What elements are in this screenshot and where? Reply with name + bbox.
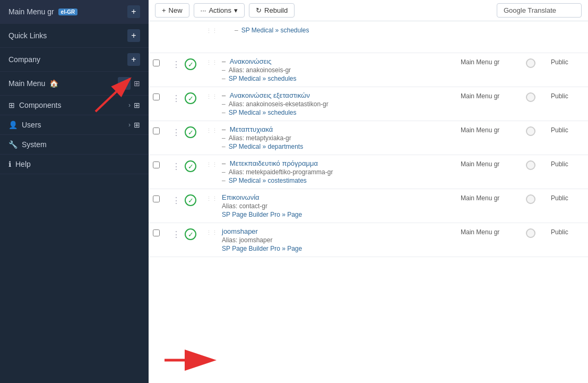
menu-title-link[interactable]: Μεταπτυχιακά (230, 125, 273, 133)
col-dots[interactable]: ⋮ (172, 124, 185, 151)
rebuild-button[interactable]: ↻ Rebuild (249, 3, 295, 18)
col-dots[interactable]: ⋮ (172, 192, 185, 219)
col-access: Public (547, 56, 584, 83)
col-home[interactable] (515, 56, 547, 83)
sidebar-item-components[interactable]: ⊞ Components › ⊞ (0, 96, 149, 115)
sidebar-item-main-menu-gr[interactable]: Main Menu gr el-GR + (0, 0, 149, 24)
col-home[interactable] (515, 226, 547, 253)
col-dots[interactable]: ⋮ (172, 226, 185, 253)
home-radio[interactable] (526, 228, 535, 238)
col-check[interactable] (153, 90, 172, 117)
sidebar-plus-company[interactable]: + (127, 53, 140, 66)
status-enabled[interactable]: ✓ (185, 126, 196, 138)
row-checkbox[interactable] (153, 127, 160, 134)
home-radio[interactable] (526, 92, 535, 102)
col-menu: Main Menu gr (456, 226, 515, 253)
menu-name: Main Menu gr (461, 194, 499, 202)
col-status[interactable]: ✓ (185, 192, 206, 219)
sp-link[interactable]: SP Page Builder Pro » Page (222, 211, 302, 218)
sidebar-item-quick-links[interactable]: Quick Links + (0, 24, 149, 48)
sidebar-item-main-menu[interactable]: Main Menu 🏠 + ⊞ (0, 72, 149, 96)
sidebar-item-system[interactable]: 🔧 System (0, 135, 149, 155)
status-enabled[interactable]: ✓ (185, 58, 196, 70)
sp-link[interactable]: SP Medical » schedules (229, 75, 297, 82)
col-access: Public (547, 226, 584, 253)
col-status[interactable]: ✓ (185, 158, 206, 185)
col-title-anakoinoseis: – Ανακοινώσεις – Alias: anakoinoseis-gr … (221, 56, 456, 83)
col-status[interactable]: ✓ (185, 90, 206, 117)
alias-label: Alias: contact-gr (222, 202, 267, 210)
sidebar-label-main-menu: Main Menu (8, 79, 45, 88)
sidebar-plus-main-menu-gr[interactable]: + (127, 5, 140, 18)
sp-link[interactable]: SP Page Builder Pro » Page (222, 245, 302, 252)
menu-title-link-joomshaper[interactable]: joomshaper (222, 227, 258, 235)
menu-title-link[interactable]: Ανακοινώσεις εξεταστικών (230, 91, 310, 99)
sidebar-label-quick-links: Quick Links (8, 31, 47, 40)
drag-handle: ⋮⋮ (206, 59, 218, 66)
status-enabled[interactable]: ✓ (185, 228, 196, 240)
home-radio[interactable] (526, 160, 535, 170)
new-button[interactable]: + New (155, 3, 189, 18)
status-enabled[interactable]: ✓ (185, 160, 196, 172)
row-checkbox[interactable] (153, 229, 160, 236)
col-check[interactable] (153, 124, 172, 151)
sp-link[interactable]: SP Medical » schedules (229, 109, 297, 116)
sp-link[interactable]: SP Medical » costestimates (229, 177, 307, 184)
table-row: ⋮⋮ – SP Medical » schedules (149, 21, 588, 53)
col-menu: Main Menu gr (456, 90, 515, 117)
col-access: Public (547, 124, 584, 151)
sp-schedules-link-top[interactable]: SP Medical » schedules (241, 27, 309, 34)
sp-link[interactable]: SP Medical » departments (229, 143, 304, 150)
menu-items-table: ⋮⋮ – SP Medical » schedules ⋮ ✓ ⋮⋮ (149, 21, 588, 383)
row-checkbox[interactable] (153, 161, 160, 168)
chevron-right-icon: › (128, 101, 131, 109)
col-check[interactable] (153, 56, 172, 83)
sidebar-plus-main-menu[interactable]: + (118, 77, 131, 90)
sidebar-item-help[interactable]: ℹ Help (0, 155, 149, 174)
col-check[interactable] (153, 158, 172, 185)
row-checkbox[interactable] (153, 195, 160, 202)
col-access-empty (547, 24, 584, 49)
col-access: Public (547, 158, 584, 185)
col-menu: Main Menu gr (456, 192, 515, 219)
status-enabled[interactable]: ✓ (185, 92, 196, 104)
col-dots[interactable]: ⋮ (172, 56, 185, 83)
home-radio[interactable] (526, 58, 535, 68)
row-checkbox[interactable] (153, 93, 160, 100)
menu-name: Main Menu gr (461, 160, 499, 168)
toolbar: + New ··· Actions ▾ ↻ Rebuild Google Tra… (149, 0, 588, 21)
row-checkbox[interactable] (153, 59, 160, 66)
home-radio[interactable] (526, 126, 535, 136)
menu-title-link[interactable]: Μετεκπαιδευτικό πρόγραμμα (230, 159, 318, 167)
sidebar-badge-el-gr: el-GR (58, 8, 78, 15)
col-check[interactable] (153, 226, 172, 253)
drag-handle: ⋮⋮ (206, 28, 218, 35)
rebuild-button-label: Rebuild (264, 6, 288, 14)
col-menu: Main Menu gr (456, 56, 515, 83)
col-dots (172, 24, 185, 49)
sidebar-label-components: Components (19, 101, 61, 109)
sidebar-item-company[interactable]: Company + (0, 48, 149, 72)
access-label: Public (551, 92, 568, 100)
actions-button[interactable]: ··· Actions ▾ (194, 3, 245, 18)
col-status[interactable]: ✓ (185, 124, 206, 151)
col-status[interactable]: ✓ (185, 56, 206, 83)
col-home[interactable] (515, 124, 547, 151)
sidebar-plus-quick-links[interactable]: + (127, 29, 140, 42)
home-icon: 🏠 (49, 79, 58, 88)
alias-label: Alias: anakoinoseis-eksetastikon-gr (229, 100, 328, 108)
col-check[interactable] (153, 192, 172, 219)
col-home[interactable] (515, 90, 547, 117)
col-drag: ⋮⋮ (206, 56, 221, 83)
col-drag: ⋮⋮ (206, 192, 221, 219)
home-radio[interactable] (526, 194, 535, 204)
col-status[interactable]: ✓ (185, 226, 206, 253)
col-dots[interactable]: ⋮ (172, 90, 185, 117)
sidebar-item-users[interactable]: 👤 Users › ⊞ (0, 115, 149, 135)
col-home[interactable] (515, 158, 547, 185)
menu-title-link[interactable]: Επικοινωνία (222, 193, 260, 201)
col-dots[interactable]: ⋮ (172, 158, 185, 185)
col-home[interactable] (515, 192, 547, 219)
status-enabled[interactable]: ✓ (185, 194, 196, 206)
menu-title-link[interactable]: Ανακοινώσεις (230, 57, 272, 65)
